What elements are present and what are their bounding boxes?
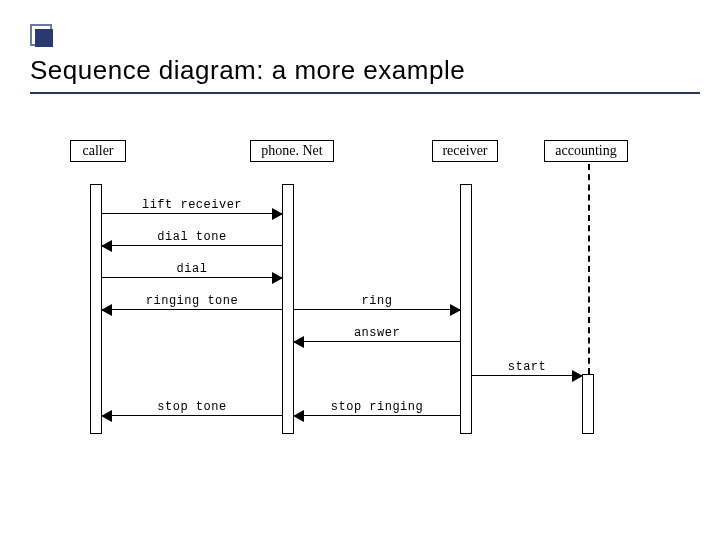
- slide-bullet-icon: [30, 24, 52, 46]
- actor-receiver: receiver: [432, 140, 498, 162]
- message-label: stop ringing: [294, 400, 460, 414]
- message-label: ringing tone: [102, 294, 282, 308]
- activation-bar: [460, 184, 472, 434]
- actor-caller: caller: [70, 140, 126, 162]
- arrow-right-icon: [572, 370, 583, 382]
- message-arrow: start: [472, 362, 582, 376]
- arrow-left-icon: [293, 336, 304, 348]
- message-label: answer: [294, 326, 460, 340]
- arrow-right-icon: [272, 272, 283, 284]
- message-arrow: ringing tone: [102, 296, 282, 310]
- arrow-left-icon: [101, 410, 112, 422]
- message-arrow: lift receiver: [102, 200, 282, 214]
- message-arrow: dial: [102, 264, 282, 278]
- message-arrow: stop tone: [102, 402, 282, 416]
- arrow-left-icon: [101, 240, 112, 252]
- message-label: stop tone: [102, 400, 282, 414]
- sequence-diagram: callerphone. Netreceiveraccountinglift r…: [70, 140, 680, 470]
- message-arrow: stop ringing: [294, 402, 460, 416]
- message-label: dial: [102, 262, 282, 276]
- arrow-right-icon: [272, 208, 283, 220]
- message-label: ring: [294, 294, 460, 308]
- arrow-left-icon: [101, 304, 112, 316]
- message-arrow: dial tone: [102, 232, 282, 246]
- actor-accounting: accounting: [544, 140, 628, 162]
- arrow-right-icon: [450, 304, 461, 316]
- arrow-left-icon: [293, 410, 304, 422]
- message-label: start: [472, 360, 582, 374]
- activation-bar: [582, 374, 594, 434]
- message-label: lift receiver: [102, 198, 282, 212]
- slide-title: Sequence diagram: a more example: [30, 55, 700, 94]
- message-arrow: ring: [294, 296, 460, 310]
- actor-phoneNet: phone. Net: [250, 140, 334, 162]
- lifeline: [588, 164, 590, 374]
- message-label: dial tone: [102, 230, 282, 244]
- activation-bar: [282, 184, 294, 434]
- message-arrow: answer: [294, 328, 460, 342]
